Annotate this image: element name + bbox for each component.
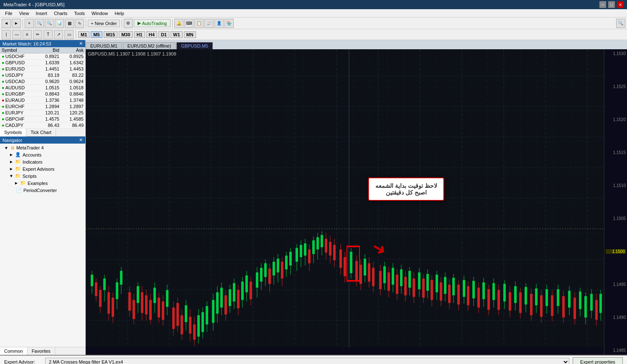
search-btn[interactable]: 🔍 xyxy=(616,19,625,28)
market-watch-row[interactable]: ●EURJPY 120.21 120.25 xyxy=(0,110,85,116)
nav-item-period-converter[interactable]: 📄 PeriodConverter xyxy=(0,187,85,194)
back-btn[interactable]: ◄ xyxy=(2,19,11,28)
svg-rect-125 xyxy=(312,240,315,254)
svg-rect-69 xyxy=(189,317,191,334)
svg-rect-97 xyxy=(250,282,252,299)
period-m5[interactable]: M5 xyxy=(91,31,102,38)
mw-ask: 1.4585 xyxy=(61,116,85,122)
minimize-btn[interactable]: ─ xyxy=(599,1,606,8)
crosshair-btn[interactable]: + xyxy=(25,19,34,28)
market-watch-row[interactable]: ●GBPCHF 1.4575 1.4585 xyxy=(0,116,85,122)
svg-rect-198 xyxy=(477,288,480,308)
chart-btn[interactable]: 📊 xyxy=(55,19,64,28)
market-watch-row[interactable]: ●GBPUSD 1.6339 1.6342 xyxy=(0,60,85,66)
nav-item-examples[interactable]: ► 📁 Examples xyxy=(0,179,85,187)
tab-common[interactable]: Common xyxy=(0,347,28,355)
tab-favorites[interactable]: Favorites xyxy=(28,347,55,355)
zoom-in-btn[interactable]: 🔍 xyxy=(35,19,44,28)
svg-rect-190 xyxy=(457,285,460,305)
chart-tab-gbpusd-m5[interactable]: GBPUSD,M5 xyxy=(176,42,213,49)
period-h1[interactable]: H1 xyxy=(134,31,145,38)
close-btn[interactable]: ✕ xyxy=(617,1,624,8)
autotrading-btn[interactable]: ▶ AutoTrading xyxy=(134,19,171,27)
forward-btn[interactable]: ► xyxy=(12,19,21,28)
menu-charts[interactable]: Charts xyxy=(51,11,71,16)
menu-file[interactable]: File xyxy=(2,11,16,16)
market-watch-row[interactable]: ●EURAUD 1.3736 1.3748 xyxy=(0,97,85,104)
menu-tools[interactable]: Tools xyxy=(71,11,88,16)
mw-symbol: ●EURJPY xyxy=(0,110,37,116)
svg-rect-196 xyxy=(472,281,475,298)
tab-tick-chart[interactable]: Tick Chart xyxy=(26,129,56,136)
experts-btn[interactable]: 📋 xyxy=(194,19,204,28)
nav-item-expert-advisors[interactable]: ► 📁 Expert Advisors xyxy=(0,165,85,172)
text-tool-btn[interactable]: T xyxy=(43,30,53,39)
mw-bid: 0.8921 xyxy=(37,53,61,60)
period-m30[interactable]: M30 xyxy=(119,31,133,38)
menu-insert[interactable]: Insert xyxy=(32,11,51,16)
market-watch-row[interactable]: ●USDCHF 0.8921 0.8925 xyxy=(0,53,85,60)
menu-window[interactable]: Window xyxy=(88,11,111,16)
chart-tab-eurusd-m2[interactable]: EURUSD,M2 (offline) xyxy=(123,42,176,49)
svg-rect-99 xyxy=(256,273,258,288)
line-chart-btn[interactable]: ∿ xyxy=(75,19,84,28)
period-buttons: M1 M5 M15 M30 H1 H4 D1 W1 MN xyxy=(78,31,196,38)
terminal-btn[interactable]: ⌨ xyxy=(184,19,194,28)
period-mn[interactable]: MN xyxy=(184,31,196,38)
account-btn[interactable]: 👤 xyxy=(214,19,224,28)
nav-item-accounts[interactable]: ► 👤 Accounts xyxy=(0,151,85,158)
svg-rect-59 xyxy=(166,290,168,307)
nav-tree: ▼ 🖥 MetaTrader 4 ► 👤 Accounts ► 📁 Indica… xyxy=(0,144,85,195)
mw-close-icon[interactable]: ✕ xyxy=(79,41,83,46)
mw-ask: 0.8925 xyxy=(61,53,85,60)
period-w1[interactable]: W1 xyxy=(171,31,183,38)
svg-rect-79 xyxy=(212,300,214,323)
nav-close-icon[interactable]: ✕ xyxy=(79,137,83,143)
period-m15[interactable]: M15 xyxy=(104,31,117,38)
ea-dropdown[interactable]: 2 MA Crosses Mega filter EA V1.ex4 xyxy=(45,358,569,364)
market-watch-row[interactable]: ●CADJPY 86.43 86.49 xyxy=(0,122,85,129)
market-btn[interactable]: 🏪 xyxy=(224,19,234,28)
chart-tab-eurusd-m1[interactable]: EURUSD,M1 xyxy=(86,42,122,49)
news-btn[interactable]: 📰 xyxy=(204,19,214,28)
svg-rect-131 xyxy=(325,239,327,253)
mw-ask: 86.49 xyxy=(61,122,85,129)
svg-rect-51 xyxy=(149,300,152,320)
period-d1[interactable]: D1 xyxy=(158,31,169,38)
tab-symbols[interactable]: Symbols xyxy=(0,129,26,136)
market-watch-row[interactable]: ●USDJPY 83.19 83.22 xyxy=(0,72,85,78)
rect-tool-btn[interactable]: ▭ xyxy=(64,30,74,39)
maximize-btn[interactable]: □ xyxy=(608,1,615,8)
hline-tool-btn[interactable]: — xyxy=(12,30,21,39)
arrow-tool-btn[interactable]: ↗ xyxy=(54,30,63,39)
channel-tool-btn[interactable]: ≡ xyxy=(23,30,32,39)
expert-properties-btn[interactable]: Expert properties xyxy=(573,357,623,364)
svg-rect-182 xyxy=(440,282,442,301)
line-tool-btn[interactable]: | xyxy=(2,30,11,39)
alert-btn[interactable]: 🔔 xyxy=(174,19,184,28)
mw-symbol: ●GBPUSD xyxy=(0,60,37,66)
nav-item-metatrader4[interactable]: ▼ 🖥 MetaTrader 4 xyxy=(0,144,85,151)
menu-help[interactable]: Help xyxy=(111,11,127,16)
nav-item-indicators[interactable]: ► 📁 Indicators xyxy=(0,158,85,165)
svg-rect-127 xyxy=(316,237,319,249)
price-1490: 1.1490 xyxy=(606,315,626,320)
market-watch-row[interactable]: ●USDCAD 0.9620 0.9624 xyxy=(0,78,85,85)
nav-item-scripts[interactable]: ▼ 📁 Scripts xyxy=(0,172,85,179)
mw-symbol: ●GBPCHF xyxy=(0,116,37,122)
market-watch-row[interactable]: ●EURGBP 0.8843 0.8846 xyxy=(0,91,85,97)
market-watch-row[interactable]: ●EURCHF 1.2894 1.2897 xyxy=(0,104,85,110)
market-watch-row[interactable]: ●EURUSD 1.4451 1.4453 xyxy=(0,66,85,72)
market-watch-row[interactable]: ●AUDUSD 1.0515 1.0518 xyxy=(0,85,85,91)
pencil-tool-btn[interactable]: ✏ xyxy=(33,30,42,39)
bar-chart-btn[interactable]: ▦ xyxy=(65,19,74,28)
zoom-out-btn[interactable]: 🔍 xyxy=(45,19,54,28)
new-order-btn[interactable]: + New Order xyxy=(88,20,120,27)
period-h4[interactable]: H4 xyxy=(146,31,157,38)
menu-view[interactable]: View xyxy=(16,11,33,16)
navigator-tabs: Common Favorites xyxy=(0,347,85,355)
period-m1[interactable]: M1 xyxy=(78,31,89,38)
svg-rect-25 xyxy=(91,275,93,286)
lock-btn[interactable]: ⚙ xyxy=(124,19,133,28)
svg-rect-57 xyxy=(162,301,164,320)
